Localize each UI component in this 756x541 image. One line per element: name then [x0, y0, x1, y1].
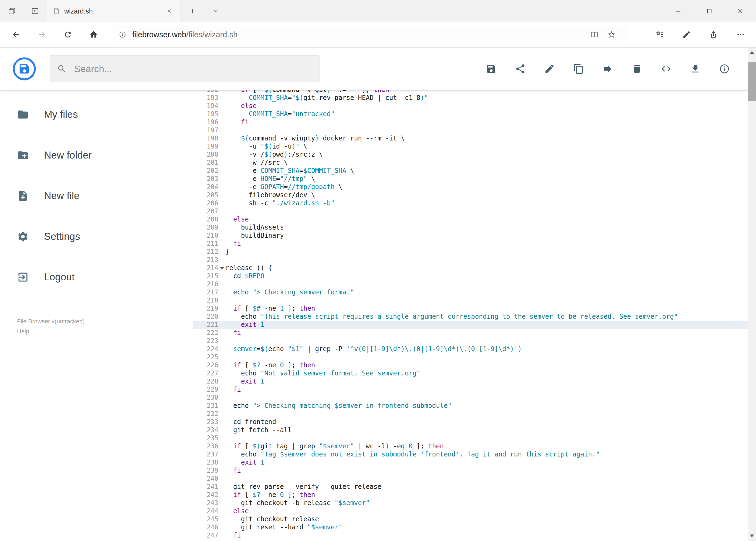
more-menu-button[interactable] [727, 22, 754, 48]
code-line[interactable]: 230 [193, 393, 756, 402]
code-line[interactable]: 194 else [193, 102, 756, 110]
code-line[interactable]: 239 fi [193, 466, 756, 475]
code-line[interactable]: 227 echo "Not valid semver format. See s… [193, 369, 756, 377]
refresh-button[interactable] [55, 22, 81, 48]
filebrowser-logo[interactable] [12, 57, 36, 81]
home-button[interactable] [81, 22, 107, 48]
code-line[interactable]: 232 [193, 410, 756, 418]
code-line[interactable]: 192 if [ "$(command -v git)" != "" ]; th… [193, 90, 756, 94]
close-window-button[interactable] [725, 0, 756, 22]
code-line[interactable]: 204 -e GOPATH=//tmp/gopath \ [193, 183, 756, 191]
code-line[interactable]: 193 COMMIT_SHA="$(git rev-parse HEAD | c… [193, 94, 756, 102]
web-note-button[interactable] [673, 22, 700, 48]
code-line[interactable]: 210 buildBinary [193, 232, 756, 240]
code-editor[interactable]: 192 if [ "$(command -v git)" != "" ]; th… [193, 90, 756, 541]
share-page-button[interactable] [700, 22, 727, 48]
address-bar[interactable]: filebrowser.web/files/wizard.sh [113, 26, 626, 43]
move-button[interactable] [593, 48, 623, 90]
page-scrollbar[interactable] [748, 48, 756, 541]
share-button[interactable] [506, 48, 535, 90]
search-input[interactable] [74, 63, 312, 75]
info-circle-icon[interactable] [119, 31, 126, 38]
scrollbar-thumb[interactable] [748, 62, 756, 101]
code-line[interactable]: 195 COMMIT_SHA="untracked" [193, 110, 756, 118]
scrollbar-up-button[interactable] [748, 48, 756, 57]
fold-arrow-icon[interactable] [220, 267, 225, 270]
code-line[interactable]: 241 git rev-parse --verify --quiet relea… [193, 483, 756, 491]
code-line[interactable]: 228 exit 1 [193, 377, 756, 385]
delete-button[interactable] [623, 48, 651, 90]
tab-list-button[interactable] [204, 0, 227, 22]
code-line[interactable]: 247 fi [193, 531, 756, 539]
raw-code-button[interactable] [651, 48, 681, 90]
code-line[interactable]: 199 -u "$(id -u)" \ [193, 142, 756, 151]
help-link[interactable]: Help [17, 326, 193, 336]
code-line[interactable]: 203 -e HOME="//tmp" \ [193, 175, 756, 183]
code-line[interactable]: 242 if [ $? -ne 0 ]; then [193, 491, 756, 499]
code-line[interactable]: 220 echo "This release script requires a… [193, 312, 756, 320]
code-line[interactable]: 215 cd $REPO [193, 272, 756, 280]
code-line[interactable]: 240 [193, 475, 756, 483]
sidebar-item-logout[interactable]: Logout [0, 257, 193, 297]
code-line[interactable]: 197 [193, 126, 756, 134]
code-line[interactable]: 212} [193, 248, 756, 256]
code-line[interactable]: 196 fi [193, 118, 756, 126]
back-button[interactable] [3, 22, 29, 48]
code-line[interactable]: 244 else [193, 507, 756, 515]
minimize-button[interactable] [662, 0, 694, 22]
code-line[interactable]: 200 -v /$(pwd):/src:z \ [193, 151, 756, 159]
favorite-star-button[interactable] [603, 26, 620, 43]
sidebar-item-my-files[interactable]: My files [0, 94, 193, 135]
code-line[interactable]: 206 sh -c "./wizard.sh -b" [193, 199, 756, 207]
rename-button[interactable] [535, 48, 564, 90]
code-line[interactable]: 218 [193, 296, 756, 304]
forward-button[interactable] [29, 22, 55, 48]
maximize-button[interactable] [694, 0, 725, 22]
code-line[interactable]: 237 echo "Tag $semver does not exist in … [193, 450, 756, 458]
reading-view-button[interactable] [586, 26, 603, 43]
code-line[interactable]: 233 cd frontend [193, 418, 756, 426]
code-line[interactable]: 211 fi [193, 240, 756, 248]
browser-tab[interactable]: wizard.sh [47, 0, 181, 22]
code-line[interactable]: 225 [193, 353, 756, 361]
code-line[interactable]: 214release () { [193, 264, 756, 272]
sidebar-item-new-file[interactable]: New file [0, 176, 193, 216]
code-line[interactable]: 243 git checkout -b release "$semver" [193, 499, 756, 507]
sidebar-item-settings[interactable]: Settings [0, 216, 193, 257]
hub-favorites-button[interactable] [646, 22, 673, 48]
scrollbar-down-button[interactable] [748, 531, 756, 541]
code-line[interactable]: 208 else [193, 215, 756, 224]
code-line[interactable]: 201 -w //src \ [193, 159, 756, 167]
code-line[interactable]: 236 if [ $(git tag | grep "$semver" | wc… [193, 442, 756, 450]
set-tabs-aside-button[interactable] [0, 0, 24, 22]
code-line[interactable]: 213 [193, 256, 756, 264]
code-line[interactable]: 231 echo "> Checking matching $semver in… [193, 402, 756, 410]
code-line[interactable]: 238 exit 1 [193, 458, 756, 466]
code-line[interactable]: 246 git reset --hard "$semver" [193, 523, 756, 531]
code-line[interactable]: 205 filebrowser/dev \ [193, 191, 756, 199]
code-line[interactable]: 221 exit 1 [193, 320, 756, 329]
code-line[interactable]: 198 $(command -v winpty) docker run --rm… [193, 134, 756, 142]
code-line[interactable]: 217 echo "> Checking semver format" [193, 288, 756, 296]
tab-close-button[interactable] [164, 6, 175, 16]
code-line[interactable]: 207 [193, 207, 756, 215]
code-line[interactable]: 219 if [ $# -ne 1 ]; then [193, 304, 756, 312]
code-line[interactable]: 224 semver=$(echo "$1" | grep -P '^v(0|[… [193, 345, 756, 353]
code-line[interactable]: 245 git checkout release [193, 515, 756, 523]
copy-button[interactable] [564, 48, 593, 90]
download-button[interactable] [681, 48, 710, 90]
save-button[interactable] [477, 48, 506, 90]
new-tab-button[interactable] [181, 0, 204, 22]
code-line[interactable]: 235 [193, 434, 756, 442]
search-box[interactable] [50, 55, 320, 82]
info-button[interactable] [710, 48, 739, 90]
code-line[interactable]: 222 fi [193, 329, 756, 337]
sidebar-item-new-folder[interactable]: New folder [0, 135, 193, 176]
code-line[interactable]: 223 [193, 337, 756, 345]
code-line[interactable]: 226 if [ $? -ne 0 ]; then [193, 361, 756, 369]
code-line[interactable]: 229 fi [193, 385, 756, 393]
code-line[interactable]: 209 buildAssets [193, 224, 756, 232]
code-line[interactable]: 234 git fetch --all [193, 426, 756, 434]
tabs-preview-button[interactable] [24, 0, 47, 22]
code-line[interactable]: 216 [193, 280, 756, 288]
